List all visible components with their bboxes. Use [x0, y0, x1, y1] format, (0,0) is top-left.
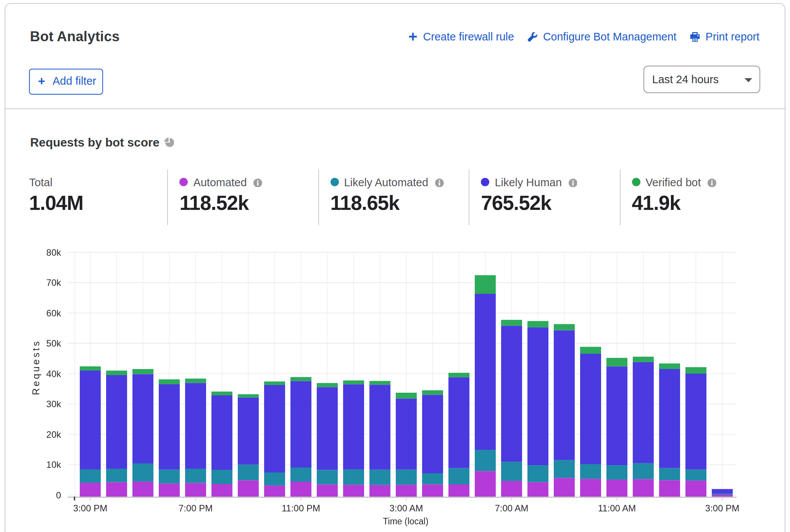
- svg-text:30k: 30k: [46, 399, 61, 409]
- svg-text:7:00 PM: 7:00 PM: [179, 503, 213, 513]
- svg-text:80k: 80k: [46, 247, 61, 258]
- svg-text:Time (local): Time (local): [383, 516, 428, 526]
- svg-text:3:00 AM: 3:00 AM: [389, 503, 423, 513]
- svg-text:10k: 10k: [46, 459, 61, 470]
- svg-text:Requests: Requests: [31, 340, 41, 395]
- svg-text:50k: 50k: [46, 338, 61, 348]
- svg-text:11:00 AM: 11:00 AM: [598, 503, 636, 513]
- svg-text:11:00 PM: 11:00 PM: [282, 503, 320, 513]
- svg-text:7:00 AM: 7:00 AM: [495, 503, 528, 513]
- svg-text:70k: 70k: [46, 277, 61, 288]
- svg-text:3:00 PM: 3:00 PM: [73, 503, 107, 513]
- svg-text:20k: 20k: [46, 429, 61, 440]
- svg-text:60k: 60k: [46, 308, 61, 318]
- svg-text:40k: 40k: [46, 369, 61, 379]
- svg-text:0: 0: [56, 490, 61, 500]
- svg-text:3:00 PM: 3:00 PM: [705, 503, 739, 513]
